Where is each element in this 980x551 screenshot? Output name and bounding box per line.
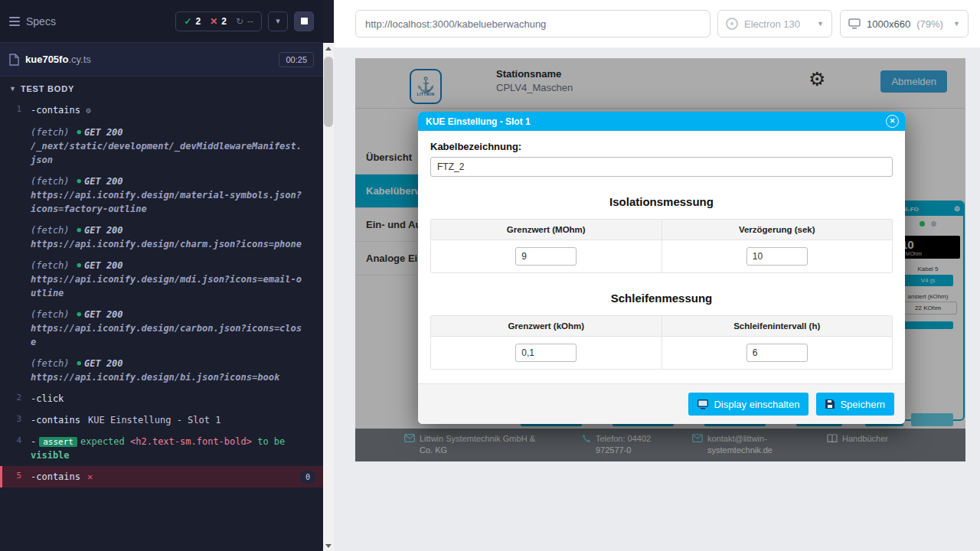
viewport-icon [848,18,861,29]
loop-limit-input[interactable] [515,344,577,362]
column-header: Grenzwert (MOhm) [431,220,662,240]
command-row[interactable]: 3-containsKUE Einstellung - Slot 1 [0,409,323,431]
http-status: GET 200 [84,357,123,370]
assert-target: <h2.text-sm.font-bold> [130,436,252,447]
step-number [0,259,31,300]
column-header: Schleifenintervall (h) [662,316,893,336]
command-name: -click [31,393,64,404]
spec-file-row[interactable]: kue705fo.cy.ts 00:25 [0,43,323,77]
kue-settings-modal: KUE Einstellung - Slot 1 ✕ Kabelbezeichn… [418,112,905,424]
scroll-up-arrow[interactable] [323,43,334,54]
status-dot-icon: ● [77,127,81,138]
specs-label[interactable]: Specs [26,15,56,28]
isolation-table: Grenzwert (MOhm) Verzögerung (sek) [430,219,893,273]
request-url: https://api.iconify.design/charm.json?ic… [31,237,303,251]
save-button[interactable]: Speichern [816,393,894,416]
status-dot-icon: ● [77,260,81,271]
fetch-log: (fetch)●GET 200https://api.iconify.desig… [31,259,303,300]
step-number: 4 [0,435,31,463]
command-log-row[interactable]: (fetch)●GET 200https://api.iconify.desig… [0,220,323,255]
count-badge: 0 [300,471,315,484]
fetch-log: (fetch)●GET 200https://api.iconify.desig… [31,174,303,216]
fetch-log-header: (fetch)●GET 200 [31,126,303,139]
command-log-row[interactable]: (fetch)●GET 200https://api.iconify.desig… [0,171,323,220]
command-log-row[interactable]: (fetch)●GET 200https://api.iconify.desig… [0,255,323,304]
fetch-prefix: (fetch) [31,126,70,139]
command-log-row[interactable]: (fetch)●GET 200/_next/static/development… [0,122,323,171]
test-body-label: TEST BODY [21,84,74,93]
iso-limit-input[interactable] [515,247,577,266]
url-bar[interactable]: http://localhost:3000/kabelueberwachung [355,10,710,37]
display-on-button[interactable]: Display einschalten [688,393,808,416]
refresh-icon: ↻ [236,16,243,27]
cable-designation-input[interactable] [430,157,893,177]
fetch-prefix: (fetch) [31,259,70,272]
http-status: GET 200 [84,308,123,321]
fetch-log-header: (fetch)●GET 200 [31,174,303,188]
specs-list-icon[interactable] [9,17,20,26]
step-number: 1 [0,103,31,118]
chevron-down-icon: ▼ [9,85,16,93]
fetch-log-header: (fetch)●GET 200 [31,308,303,321]
fetch-log: (fetch)●GET 200https://api.iconify.desig… [31,357,303,384]
step-number: 2 [0,392,31,406]
stat-pending[interactable]: ↻ -- [236,16,253,27]
electron-icon [726,18,738,30]
stat-failed[interactable]: ✕ 2 [210,16,227,27]
collapse-button[interactable]: ▾ [268,11,288,31]
command-row[interactable]: 1-contains⚙ [0,99,323,122]
test-body-toggle[interactable]: ▼ TEST BODY [0,77,323,99]
command-body: -assertexpected <h2.text-sm.font-bold> t… [31,435,303,463]
browser-area: http://localhost:3000/kabelueberwachung … [334,0,980,551]
reporter-scrollbar[interactable] [323,43,334,551]
fetch-log: (fetch)●GET 200https://api.iconify.desig… [31,308,303,349]
spec-timer: 00:25 [279,52,314,67]
stop-icon [301,18,308,24]
assert-condition-bold: visible [31,450,70,461]
reporter-header: Specs ✓ 2 ✕ 2 ↻ -- ▾ [0,0,323,43]
viewport-select[interactable]: 1000x660 (79%) ▼ [840,10,969,37]
modal-header: KUE Einstellung - Slot 1 ✕ [418,112,905,131]
chevron-down-icon: ▼ [817,20,824,28]
command-log-row[interactable]: (fetch)●GET 200https://api.iconify.desig… [0,353,323,388]
command-row[interactable]: 2-click [0,388,323,409]
scroll-down-arrow[interactable] [323,540,334,551]
isolation-section-title: Isolationsmessung [430,195,893,208]
command-log: 1-contains⚙(fetch)●GET 200/_next/static/… [0,99,323,487]
step-number [0,126,31,167]
http-status: GET 200 [84,126,123,139]
fetch-log-header: (fetch)●GET 200 [31,223,303,237]
iso-delay-input[interactable] [746,247,808,266]
stop-button[interactable] [294,11,314,31]
modal-title: KUE Einstellung - Slot 1 [426,116,531,127]
fetch-prefix: (fetch) [31,174,70,188]
spec-name: kue705fo.cy.ts [25,54,91,65]
step-number: 3 [0,413,31,427]
command-log-row[interactable]: (fetch)●GET 200https://api.iconify.desig… [0,304,323,353]
step-number [0,223,31,251]
close-icon[interactable]: ✕ [886,115,899,128]
command-row[interactable]: 4-assertexpected <h2.text-sm.font-bold> … [0,431,323,467]
scrollbar-thumb[interactable] [324,57,333,127]
assert-badge: assert [39,437,77,447]
step-number [0,174,31,216]
modal-footer: Display einschalten Speichern [418,383,905,424]
fetch-log: (fetch)●GET 200/_next/static/development… [31,126,303,167]
cypress-reporter-panel: Specs ✓ 2 ✕ 2 ↻ -- ▾ kue705fo.cy.ts [0,0,334,551]
browser-select[interactable]: Electron 130 ▼ [717,10,832,37]
step-number [0,357,31,384]
request-url: https://api.iconify.design/mdi.json?icon… [31,272,303,300]
fetch-log-header: (fetch)●GET 200 [31,259,303,272]
loop-section-title: Schleifenmessung [430,292,893,305]
options-gear-icon: ⚙ [86,106,91,116]
command-name: -contains [31,105,80,116]
loop-interval-input[interactable] [746,344,808,362]
command-row[interactable]: 50-contains✕ [0,466,323,487]
stat-passed[interactable]: ✓ 2 [184,16,201,27]
step-number: 5 [2,470,31,484]
viewport-zoom: (79%) [916,18,943,30]
file-icon [9,54,19,66]
chevron-down-icon: ▼ [953,20,960,28]
http-status: GET 200 [84,223,123,237]
command-body: -contains⚙ [31,103,303,118]
